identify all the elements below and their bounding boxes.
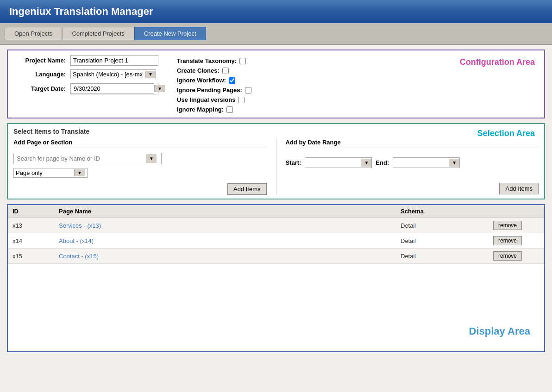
app-title: Ingeniux Translation Manager [9, 6, 153, 17]
schema-link-char-3: l [414, 253, 416, 260]
create-clones-checkbox[interactable] [222, 68, 229, 74]
tab-create-new-project[interactable]: Create New Project [134, 27, 206, 40]
ignore-mapping-label: Ignore Mapping: [177, 106, 224, 113]
selection-area-title: Select Items to Translate [13, 128, 539, 135]
checkbox-use-lingual-versions: Use lingual versions [177, 96, 251, 103]
selection-grid: Add Page or Section ▼ Page only Page and… [13, 139, 539, 195]
language-label: Language: [15, 71, 66, 78]
end-date-btn[interactable]: ▼ [449, 159, 459, 167]
checkbox-create-clones: Create Clones: [177, 67, 251, 74]
use-lingual-versions-checkbox[interactable] [238, 97, 245, 103]
end-date-input[interactable] [393, 158, 449, 168]
col-header-id: ID [13, 208, 59, 215]
page-scope-wrapper: Page only Page and Children Section ▼ [13, 168, 88, 178]
start-date-btn[interactable]: ▼ [361, 159, 371, 167]
main-content: Configuration Area Project Name: Languag… [0, 45, 552, 392]
end-date-label: End: [376, 159, 389, 166]
col-header-pagename: Page Name [59, 208, 401, 215]
date-range-section-header: Add by Date Range [286, 139, 539, 148]
target-date-wrapper: ▼ [70, 83, 158, 94]
schema-link-char-2: l [414, 237, 416, 244]
checkbox-ignore-mapping: Ignore Mapping: [177, 106, 251, 113]
tab-completed-projects[interactable]: Completed Projects [62, 27, 134, 40]
cell-action-2: remove [493, 236, 539, 245]
cell-schema-1: Detail [401, 222, 493, 229]
page-search-btn[interactable]: ▼ [146, 154, 157, 163]
create-clones-label: Create Clones: [177, 67, 220, 74]
end-date-wrapper: ▼ [393, 157, 460, 168]
cell-schema-2: Detail [401, 237, 493, 244]
cell-action-1: remove [493, 221, 539, 230]
cell-id-2: x14 [13, 237, 59, 244]
project-name-label: Project Name: [15, 57, 66, 64]
config-checkboxes: Translate Taxonomy: Create Clones: Ignor… [177, 57, 251, 113]
selection-area-label: Selection Area [477, 129, 535, 138]
project-name-input[interactable] [70, 55, 158, 66]
project-name-row: Project Name: [15, 55, 158, 66]
col-header-action [493, 208, 539, 215]
cell-pagename-3: Contact - (x15) [59, 253, 401, 260]
display-area-label: Display Area [469, 325, 530, 337]
language-row: Language: Spanish (Mexico) - [es-mx] Fre… [15, 69, 158, 79]
use-lingual-versions-label: Use lingual versions [177, 96, 235, 103]
start-date-input[interactable] [305, 158, 361, 168]
checkbox-translate-taxonomy: Translate Taxonomy: [177, 57, 251, 64]
remove-button-3[interactable]: remove [493, 251, 522, 261]
table-header: ID Page Name Schema [8, 205, 544, 218]
configuration-area: Configuration Area Project Name: Languag… [7, 50, 545, 118]
remove-button-2[interactable]: remove [493, 236, 522, 245]
app-header: Ingeniux Translation Manager [0, 0, 552, 23]
config-area-label: Configuration Area [460, 57, 535, 67]
cell-pagename-1: Services - (x13) [59, 222, 401, 229]
page-link-2[interactable]: About - (x14) [59, 237, 94, 244]
page-link-3[interactable]: Contact - (x15) [59, 253, 99, 260]
checkbox-ignore-pending-pages: Ignore Pending Pages: [177, 87, 251, 93]
tab-open-projects[interactable]: Open Projects [5, 27, 62, 40]
target-date-label: Target Date: [15, 85, 66, 92]
col-header-schema: Schema [401, 208, 493, 215]
config-fields-left: Project Name: Language: Spanish (Mexico)… [15, 55, 158, 113]
display-area: ID Page Name Schema x13 Services - (x13)… [7, 204, 545, 352]
schema-link-char-1: l [414, 222, 416, 229]
checkbox-ignore-workflow: Ignore Workflow: [177, 77, 251, 84]
selection-left-panel: Add Page or Section ▼ Page only Page and… [13, 139, 276, 195]
page-search-input[interactable] [14, 153, 146, 164]
language-select-wrapper: Spanish (Mexico) - [es-mx] French (Franc… [70, 69, 156, 79]
page-scope-dropdown-btn[interactable]: ▼ [74, 169, 85, 176]
table-row: x14 About - (x14) Detail remove [8, 233, 544, 249]
target-date-input[interactable] [71, 83, 154, 94]
add-items-left-button[interactable]: Add Items [227, 183, 267, 195]
selection-right-panel: Add by Date Range Start: ▼ End: ▼ Add It… [276, 139, 539, 195]
cell-id-3: x15 [13, 253, 59, 260]
language-select[interactable]: Spanish (Mexico) - [es-mx] French (Franc… [71, 70, 145, 79]
table-row: x15 Contact - (x15) Detail remove [8, 249, 544, 264]
cell-id-1: x13 [13, 222, 59, 229]
selection-area: Select Items to Translate Selection Area… [7, 123, 545, 199]
start-date-wrapper: ▼ [305, 157, 372, 168]
date-range-row: Start: ▼ End: ▼ [286, 157, 539, 168]
remove-button-1[interactable]: remove [493, 221, 522, 230]
cell-pagename-2: About - (x14) [59, 237, 401, 244]
cell-schema-3: Detail [401, 253, 493, 260]
page-search-wrapper: ▼ [13, 153, 162, 164]
add-page-section-header: Add Page or Section [13, 139, 267, 148]
cell-action-3: remove [493, 251, 539, 261]
config-grid: Project Name: Language: Spanish (Mexico)… [15, 55, 537, 113]
ignore-pending-pages-label: Ignore Pending Pages: [177, 87, 242, 93]
ignore-workflow-checkbox[interactable] [229, 77, 235, 84]
translate-taxonomy-label: Translate Taxonomy: [177, 57, 237, 64]
ignore-workflow-label: Ignore Workflow: [177, 77, 226, 84]
ignore-mapping-checkbox[interactable] [226, 106, 233, 113]
tab-bar: Open Projects Completed Projects Create … [0, 23, 552, 45]
language-dropdown-btn[interactable]: ▼ [145, 71, 156, 78]
start-date-label: Start: [286, 159, 301, 166]
table-row: x13 Services - (x13) Detail remove [8, 218, 544, 233]
page-link-1[interactable]: Services - (x13) [59, 222, 101, 229]
target-date-row: Target Date: ▼ [15, 83, 158, 94]
target-date-calendar-btn[interactable]: ▼ [154, 85, 165, 92]
translate-taxonomy-checkbox[interactable] [239, 58, 246, 64]
ignore-pending-pages-checkbox[interactable] [245, 87, 251, 93]
add-items-right-button[interactable]: Add Items [499, 183, 539, 194]
page-scope-select[interactable]: Page only Page and Children Section [14, 168, 74, 177]
